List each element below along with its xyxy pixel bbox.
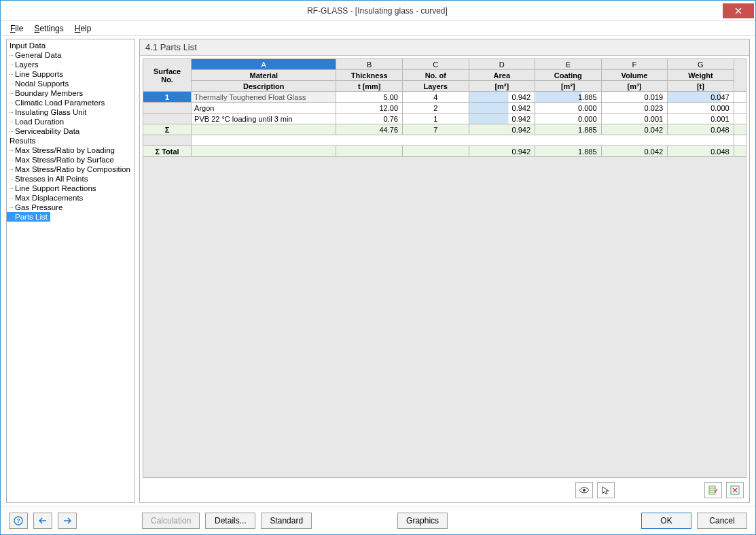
cell-coating[interactable]: 1.885 <box>535 92 602 103</box>
cell-surface-no[interactable] <box>143 114 192 124</box>
menu-file[interactable]: File <box>6 22 27 35</box>
window-title: RF-GLASS - [Insulating glass - curved] <box>32 6 723 16</box>
col-letter-d[interactable]: D <box>469 59 535 70</box>
col-head-area: Area <box>469 70 535 81</box>
arrow-right-icon <box>62 517 72 525</box>
cell-thickness[interactable]: 0.76 <box>336 114 403 124</box>
excel-icon <box>730 485 740 495</box>
cell-material[interactable]: PVB 22 °C loading until 3 min <box>192 114 336 124</box>
total-weight: 0.048 <box>668 146 734 157</box>
col-unit-thickness: t [mm] <box>336 81 403 92</box>
cell-layers[interactable]: 2 <box>403 103 469 114</box>
sigma-volume: 0.042 <box>601 124 668 135</box>
close-icon <box>735 7 742 14</box>
tree-item-boundary-members[interactable]: Boundary Members <box>7 88 134 98</box>
next-button[interactable] <box>58 513 77 529</box>
ok-button[interactable]: OK <box>641 513 691 529</box>
menu-bar: File Settings Help <box>1 21 755 36</box>
body-area: Input Data General Data Layers Line Supp… <box>1 36 755 506</box>
cell-surface-no[interactable]: 1 <box>143 92 192 103</box>
help-button[interactable]: ? <box>9 513 28 529</box>
tree-item-stresses-all-points[interactable]: Stresses in All Points <box>7 174 134 184</box>
tree-item-line-support-reactions[interactable]: Line Support Reactions <box>7 184 134 193</box>
tree-item-parts-list[interactable]: Parts List <box>7 212 50 222</box>
col-letter-b[interactable]: B <box>336 59 403 70</box>
eye-icon <box>579 486 590 494</box>
view-button[interactable] <box>575 482 593 498</box>
cell-coating[interactable]: 0.000 <box>535 103 602 114</box>
cell-thickness[interactable]: 12.00 <box>336 103 403 114</box>
cell-volume[interactable]: 0.023 <box>601 103 668 114</box>
table-row-empty <box>143 135 746 146</box>
col-head-material: Material <box>192 70 336 81</box>
col-spacer <box>734 59 746 92</box>
graphics-button[interactable]: Graphics <box>397 513 448 529</box>
tree-item-max-stress-loading[interactable]: Max Stress/Ratio by Loading <box>7 145 134 155</box>
cell-area[interactable]: 0.942 <box>469 103 535 114</box>
tree-item-layers[interactable]: Layers <box>7 60 134 69</box>
export-button[interactable] <box>704 482 722 498</box>
tree-item-gas-pressure[interactable]: Gas Pressure <box>7 203 134 212</box>
cell-layers[interactable]: 1 <box>403 114 469 124</box>
cancel-button[interactable]: Cancel <box>697 513 747 529</box>
col-unit-weight: [t] <box>668 81 734 92</box>
cell-volume[interactable]: 0.019 <box>601 92 668 103</box>
cell-coating[interactable]: 0.000 <box>535 114 602 124</box>
table-row[interactable]: Argon 12.00 2 0.942 0.000 0.023 0.000 <box>143 103 746 114</box>
col-unit-coating: [m²] <box>535 81 602 92</box>
tree-item-max-stress-surface[interactable]: Max Stress/Ratio by Surface <box>7 155 134 165</box>
cell-material[interactable]: Thermally Toughened Float Glass <box>192 92 336 103</box>
tree-item-serviceability-data[interactable]: Serviceability Data <box>7 126 134 136</box>
col-letter-g[interactable]: G <box>668 59 734 70</box>
col-letter-a[interactable]: A <box>192 59 336 70</box>
tree-item-max-stress-composition[interactable]: Max Stress/Ratio by Composition <box>7 165 134 174</box>
cell-surface-no[interactable] <box>143 103 192 114</box>
tree-group-results[interactable]: Results <box>7 136 134 145</box>
details-button[interactable]: Details... <box>205 513 255 529</box>
cell-volume[interactable]: 0.001 <box>601 114 668 124</box>
sigma-thickness: 44.76 <box>336 124 403 135</box>
table-row[interactable]: PVB 22 °C loading until 3 min 0.76 1 0.9… <box>143 114 746 124</box>
close-button[interactable] <box>723 3 754 18</box>
cell-weight[interactable]: 0.047 <box>668 92 734 103</box>
tree-item-insulating-glass-unit[interactable]: Insulating Glass Unit <box>7 107 134 117</box>
row-header: Surface No. <box>143 59 192 92</box>
cell-thickness[interactable]: 5.00 <box>336 92 403 103</box>
tree-item-general-data[interactable]: General Data <box>7 50 134 60</box>
table-export-icon <box>708 485 718 495</box>
excel-button[interactable] <box>726 482 744 498</box>
calculation-button: Calculation <box>142 513 200 529</box>
prev-button[interactable] <box>33 513 52 529</box>
col-unit-material: Description <box>192 81 336 92</box>
col-unit-area: [m²] <box>469 81 535 92</box>
menu-help[interactable]: Help <box>71 22 96 35</box>
cell-weight[interactable]: 0.001 <box>668 114 734 124</box>
col-letter-f[interactable]: F <box>601 59 668 70</box>
table-row[interactable]: 1 Thermally Toughened Float Glass 5.00 4… <box>143 92 746 103</box>
tree-item-nodal-supports[interactable]: Nodal Supports <box>7 79 134 88</box>
col-letter-e[interactable]: E <box>535 59 602 70</box>
menu-settings[interactable]: Settings <box>30 22 67 35</box>
sigma-label: Σ <box>143 124 192 135</box>
tree-item-load-duration[interactable]: Load Duration <box>7 117 134 126</box>
tree-item-climatic-load-parameters[interactable]: Climatic Load Parameters <box>7 98 134 107</box>
tree-group-input-data[interactable]: Input Data <box>7 41 134 50</box>
pick-button[interactable] <box>597 482 615 498</box>
svg-text:?: ? <box>16 517 20 524</box>
cell-material[interactable]: Argon <box>192 103 336 114</box>
cell-area[interactable]: 0.942 <box>469 92 535 103</box>
cell-weight[interactable]: 0.000 <box>668 103 734 114</box>
navigation-tree[interactable]: Input Data General Data Layers Line Supp… <box>6 39 135 503</box>
parts-list-table[interactable]: Surface No. A B C D E F G Material <box>143 58 746 157</box>
grid-empty-area <box>143 157 746 478</box>
sigma-layers: 7 <box>403 124 469 135</box>
tree-item-max-displacements[interactable]: Max Displacements <box>7 193 134 203</box>
cell-area[interactable]: 0.942 <box>469 114 535 124</box>
col-head-nlayers: No. of <box>403 70 469 81</box>
standard-button[interactable]: Standard <box>261 513 312 529</box>
tree-item-line-supports[interactable]: Line Supports <box>7 69 134 79</box>
col-letter-c[interactable]: C <box>403 59 469 70</box>
sigma-coating: 1.885 <box>535 124 602 135</box>
cell-layers[interactable]: 4 <box>403 92 469 103</box>
table-row-total: Σ Total 0.942 1.885 0.042 0.048 <box>143 146 746 157</box>
